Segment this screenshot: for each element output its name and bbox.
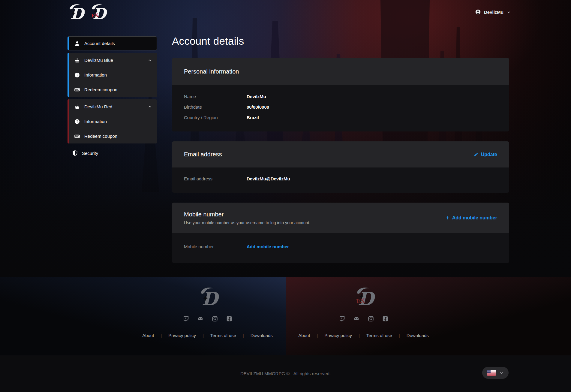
row-label: Name [184,94,247,99]
card-body: Name DevilzMu Birthdate 00/00/0000 Count… [172,85,509,131]
user-name: DevilzMu [484,10,503,15]
card-subtitle: Use your mobile number as your username … [184,220,310,225]
footer-link-about[interactable]: About [142,333,154,338]
info-row-birthdate: Birthdate 00/00/0000 [184,104,497,110]
info-icon [74,72,80,78]
sidebar-item-security[interactable]: Security [68,148,157,158]
crown-icon [74,104,80,110]
discord-icon[interactable] [353,315,360,322]
card-body: Email address DevilzMu@DevilzMu [172,167,509,193]
sidebar-item-redeem-coupon-blue[interactable]: Redeem coupon [69,82,157,97]
chevron-up-icon [148,104,152,109]
footer-link-privacy-policy[interactable]: Privacy policy [168,333,196,338]
sidebar-group-header-blue[interactable]: DevilzMu Blue [69,53,157,68]
instagram-icon[interactable] [368,315,374,322]
info-row-name: Name DevilzMu [184,94,497,99]
mobile-number-card: Mobile number Use your mobile number as … [172,203,509,263]
crown-icon [74,57,80,63]
info-row-email: Email address DevilzMu@DevilzMu [184,176,497,181]
link-separator: | [161,333,162,338]
sidebar-item-redeem-coupon-red[interactable]: Redeem coupon [69,129,157,143]
footer-logo-red: D EX [353,286,375,308]
chevron-up-icon [148,58,152,62]
info-row-country: Country / Region Brazil [184,115,497,120]
devilzmu-blue-logo[interactable]: D [66,3,85,22]
sidebar-group-label: DevilzMu Blue [84,58,143,63]
us-flag-icon [487,370,496,376]
card-body: Mobile number Add mobile number [172,233,509,263]
footer-links-red: About | Privacy policy | Terms of use | … [298,333,429,338]
footer-link-downloads[interactable]: Downloads [251,333,273,338]
sidebar-group-devilzmu-blue: DevilzMu Blue Information Redeem cou [68,53,157,97]
footer-link-terms-of-use[interactable]: Terms of use [366,333,392,338]
update-email-button[interactable]: Update [474,152,497,157]
header-logo-group: D D EX [66,3,107,22]
ticket-icon [74,87,80,93]
sidebar-item-label: Information [84,119,107,124]
svg-text:EX: EX [356,297,365,305]
row-value: 00/00/0000 [247,104,269,110]
link-separator: | [243,333,244,338]
footer-column-blue: D [130,277,286,355]
add-mobile-number-link[interactable]: Add mobile number [247,244,289,249]
sidebar-item-information-red[interactable]: Information [69,114,157,129]
card-title: Email address [184,151,222,158]
card-header: Personal information [172,58,509,85]
row-value: Brazil [247,115,259,120]
main-content: Account details Personal information Nam… [172,32,509,273]
sidebar-group-label: DevilzMu Red [84,104,143,109]
page-title: Account details [172,35,509,47]
row-label: Mobile number [184,244,247,249]
person-icon [74,41,80,47]
footer-link-terms-of-use[interactable]: Terms of use [210,333,236,338]
bottom-bar: DEVILZMU MMORPG © - All rights reserved. [0,355,571,392]
language-selector[interactable] [482,367,509,379]
card-header: Mobile number Use your mobile number as … [172,203,509,233]
footer-content: D [130,277,442,355]
svg-text:EX: EX [91,12,99,19]
twitch-icon[interactable] [339,315,345,322]
twitch-icon[interactable] [183,315,189,322]
footer-link-privacy-policy[interactable]: Privacy policy [324,333,352,338]
link-separator: | [359,333,360,338]
footer-column-red: D EX [286,277,442,355]
sidebar: Account details DevilzMu Blue [68,36,157,158]
link-separator: | [317,333,318,338]
email-address-card: Email address Update Email address Devil… [172,141,509,193]
footer-link-downloads[interactable]: Downloads [407,333,429,338]
user-menu[interactable]: DevilzMu [475,9,511,15]
account-page: D D EX DevilzMu Account details [0,0,571,392]
sidebar-item-account-details[interactable]: Account details [68,36,157,50]
row-label: Birthdate [184,104,247,110]
footer-link-about[interactable]: About [298,333,310,338]
sidebar-item-label: Account details [84,41,115,46]
ticket-icon [74,133,80,139]
sidebar-item-label: Redeem coupon [84,87,117,92]
card-header-text: Mobile number Use your mobile number as … [184,211,310,225]
link-separator: | [203,333,204,338]
devilzmu-red-logo[interactable]: D EX [88,3,107,22]
avatar-icon [475,9,481,15]
personal-information-card: Personal information Name DevilzMu Birth… [172,58,509,131]
sidebar-item-information-blue[interactable]: Information [69,68,157,82]
sidebar-item-label: Security [82,151,98,156]
info-row-mobile: Mobile number Add mobile number [184,244,497,249]
add-mobile-label: Add mobile number [452,215,497,221]
card-title: Personal information [184,68,239,75]
add-mobile-number-button[interactable]: + Add mobile number [446,215,497,221]
facebook-icon[interactable] [226,315,233,322]
footer-links-blue: About | Privacy policy | Terms of use | … [142,333,273,338]
social-icons-red [339,315,389,322]
chevron-down-icon [499,371,504,375]
plus-icon: + [446,216,449,220]
sidebar-item-label: Redeem coupon [84,134,117,139]
facebook-icon[interactable] [382,315,389,322]
link-separator: | [399,333,400,338]
discord-icon[interactable] [197,315,204,322]
instagram-icon[interactable] [212,315,218,322]
sidebar-group-header-red[interactable]: DevilzMu Red [69,99,157,114]
row-label: Country / Region [184,115,247,120]
site-footer: D [0,277,571,355]
row-value: DevilzMu [247,94,266,99]
update-label: Update [481,152,497,157]
